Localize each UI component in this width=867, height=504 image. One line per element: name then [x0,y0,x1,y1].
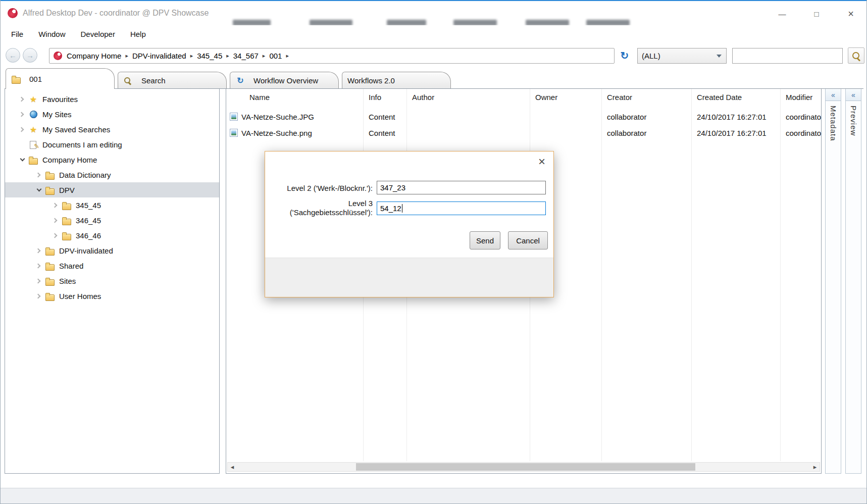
horizontal-scrollbar[interactable]: ◂ ▸ [227,462,820,472]
minimize-button[interactable]: — [771,6,794,21]
cell-info: Content [364,109,407,125]
scroll-right-button[interactable]: ▸ [810,463,820,471]
close-button[interactable]: × [839,6,862,21]
expand-chevron-icon[interactable] [49,228,62,243]
cell-author [407,109,530,125]
tree-item-user-homes[interactable]: User Homes [5,288,219,304]
breadcrumb-item-company-home[interactable]: Company Home [67,52,121,60]
tree-item-sites[interactable]: Sites [5,273,219,288]
folder-tree-panel: FavouritesMy SitesMy Saved SearchesDocum… [5,89,220,474]
back-button[interactable]: ← [6,48,20,63]
window-controls: — □ × [771,6,862,21]
window-title: Alfred Desktop Dev - coordinator @ DPV S… [23,9,209,18]
tree-item-shared[interactable]: Shared [5,258,219,273]
level3-label: Level 3 ('Sachgebietsschlüssel'): [265,199,373,217]
tab-001[interactable]: 001 [6,68,115,89]
tab-search[interactable]: Search [118,72,227,88]
tree-item-favourites[interactable]: Favourites [5,91,219,107]
workflow-icon [235,76,245,85]
expand-chevron-icon[interactable] [33,167,45,182]
column-created-date: Created Date [692,89,781,461]
expand-chevron-icon[interactable] [33,273,45,288]
tree-item-label: Shared [59,262,83,270]
breadcrumb-item-dpv-invalidated[interactable]: DPV-invalidated [132,52,186,60]
expand-chevron-icon[interactable] [16,107,28,122]
menu-item-file[interactable]: File [4,25,31,43]
expand-chevron-icon[interactable] [16,122,28,137]
collapse-chevron-icon[interactable] [16,152,28,167]
collapse-chevron-icon[interactable] [33,182,45,197]
search-input[interactable] [732,48,843,64]
column-header-owner[interactable]: Owner [530,89,601,102]
scroll-left-button[interactable]: ◂ [228,463,237,471]
expand-chevron-icon[interactable] [33,243,45,258]
column-header-created-date[interactable]: Created Date [692,89,780,102]
expand-chevron-icon[interactable] [16,91,28,107]
tree-item-dpv[interactable]: DPV [5,182,219,197]
table-row[interactable]: VA-Netze-Suche.JPGContentcollaborator24/… [226,109,821,125]
column-header-info[interactable]: Info [364,89,406,102]
minimize-icon: — [779,10,786,18]
expand-chevron-icon[interactable] [49,197,62,213]
tree-item-346-46[interactable]: 346_46 [5,228,219,243]
tree-item-label: 345_45 [76,201,101,210]
preview-expand-button[interactable]: « [846,89,861,101]
star-icon [28,125,38,134]
send-button[interactable]: Send [470,231,500,249]
search-scope-dropdown[interactable]: (ALL) [637,48,727,64]
level-entry-dialog: × Level 2 ('Werk-/Blocknr.'): 347_23 Lev… [265,151,554,297]
search-button[interactable] [848,47,864,64]
folder-icon [45,262,55,270]
level3-input[interactable]: 54_12 [377,201,546,215]
breadcrumb-item-34-567[interactable]: 34_567 [233,52,259,60]
tab-workflows-2-0[interactable]: Workflows 2.0 [342,72,451,88]
tree-item-346-45[interactable]: 346_45 [5,213,219,228]
column-header-author[interactable]: Author [407,89,530,102]
column-header-name[interactable]: Name [226,89,363,102]
tree-item-dpv-invalidated[interactable]: DPV-invalidated [5,243,219,258]
dialog-footer [265,258,553,297]
expand-chevron-icon[interactable] [33,258,45,273]
tree-item-company-home[interactable]: Company Home [5,152,219,167]
globe-icon [28,110,38,119]
tree-item-label: 346_45 [76,216,101,225]
tree-item-my-sites[interactable]: My Sites [5,107,219,122]
title-bar[interactable]: Alfred Desktop Dev - coordinator @ DPV S… [1,1,866,25]
dialog-close-button[interactable]: × [538,156,545,168]
tree-item-345-45[interactable]: 345_45 [5,197,219,213]
metadata-tab[interactable]: Metadata [829,106,838,141]
tab-workflow-overview[interactable]: Workflow Overview [230,72,339,88]
breadcrumb-item-345-45[interactable]: 345_45 [197,52,222,60]
forward-button[interactable]: → [23,48,37,63]
level2-input[interactable]: 347_23 [377,181,546,194]
workflow-action-button[interactable]: ↻ [618,49,632,62]
scrollbar-thumb[interactable] [356,463,695,471]
tree-item-data-dictionary[interactable]: Data Dictionary [5,167,219,182]
column-header-modifier[interactable]: Modifier [781,89,822,102]
status-bar [1,488,866,504]
menu-item-help[interactable]: Help [123,25,154,43]
table-row[interactable]: VA-Netze-Suche.pngContentcollaborator24/… [226,125,821,141]
cell-owner [530,109,602,125]
cancel-button[interactable]: Cancel [508,231,548,249]
docedit-icon [28,140,38,149]
tree-item-documents-i-am-editing[interactable]: Documents I am editing [5,137,219,152]
preview-tab[interactable]: Preview [849,106,858,136]
menu-item-developer[interactable]: Developer [73,25,123,43]
level3-label-line2: ('Sachgebietsschlüssel'): [265,208,373,217]
app-logo-icon [8,8,18,18]
maximize-button[interactable]: □ [805,6,828,21]
expand-chevron-icon[interactable] [33,288,45,304]
column-header-creator[interactable]: Creator [602,89,691,102]
breadcrumb-item-001[interactable]: 001 [269,52,282,60]
tree-item-my-saved-searches[interactable]: My Saved Searches [5,122,219,137]
metadata-expand-button[interactable]: « [826,89,841,101]
folder-icon [62,216,72,225]
folder-icon [45,246,55,255]
expand-chevron-icon[interactable] [49,213,62,228]
tab-label: 001 [29,75,42,83]
forward-arrow-icon: → [26,51,34,60]
workflow-icon: ↻ [621,49,629,62]
menu-item-window[interactable]: Window [31,25,73,43]
tree-item-label: Sites [59,277,76,285]
